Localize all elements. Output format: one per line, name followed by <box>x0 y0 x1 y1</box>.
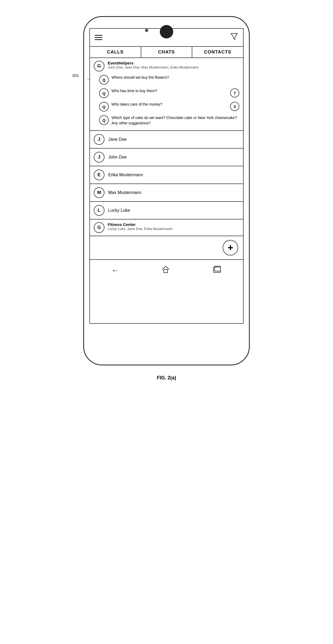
contact-name-erika: Erika Mustermann <box>108 172 143 177</box>
thread-3-avatar: Q <box>99 102 109 111</box>
nav-back-button[interactable]: ← <box>109 265 121 276</box>
group-contact-name: Fitness Center <box>108 222 172 227</box>
contact-avatar-lucky: L <box>94 205 104 216</box>
tab-calls[interactable]: CALLS <box>90 47 141 57</box>
page-wrapper: CALLS CHATS CONTACTS G <box>83 16 250 381</box>
group-chat-members: John Doe, Jane Doe, Max Mustermann, Erik… <box>108 65 199 69</box>
contact-name-lucky: Lucky Luke <box>108 208 130 213</box>
nav-bar: ← <box>90 260 243 281</box>
add-button-row: + <box>90 236 243 260</box>
message-threads: 201 → Q Where should we buy the flowers? <box>94 73 239 128</box>
contact-avatar-erika: E <box>94 170 104 180</box>
thread-3-unread-badge: 3 <box>230 102 239 111</box>
tab-contacts[interactable]: CONTACTS <box>192 47 243 57</box>
thread-2-avatar: Q <box>99 88 109 98</box>
contact-avatar-jane: J <box>94 134 104 145</box>
annotation-arrow-icon: → <box>86 76 91 82</box>
svg-marker-0 <box>231 34 237 39</box>
contact-item-erika[interactable]: E Erika Mustermann <box>90 166 243 184</box>
svg-rect-1 <box>164 269 168 273</box>
group-chat-header: G EventHelpers John Doe, Jane Doe, Max M… <box>94 61 239 71</box>
group-contact-fitness[interactable]: G Fitness Center Lucky Luke, Jane Doe, E… <box>90 220 243 236</box>
contact-name-max: Max Mustermann <box>108 190 142 195</box>
phone-shell: CALLS CHATS CONTACTS G <box>83 16 250 365</box>
group-chat-name: EventHelpers <box>108 61 199 65</box>
contact-item-john-doe[interactable]: J John Doe <box>90 149 243 166</box>
nav-home-button[interactable] <box>159 265 172 276</box>
contact-item-jane-doe[interactable]: J Jane Doe <box>90 131 243 149</box>
annotation-container: 201 → Q Where should we buy the flowers? <box>96 73 239 87</box>
contact-item-lucky[interactable]: L Lucky Luke <box>90 202 243 220</box>
thread-2-text: Who has time to buy them? <box>111 88 227 94</box>
nav-recents-button[interactable] <box>210 265 224 276</box>
screen: CALLS CHATS CONTACTS G <box>89 28 244 324</box>
group-chat-info: EventHelpers John Doe, Jane Doe, Max Mus… <box>108 61 199 69</box>
message-thread-1[interactable]: Q Where should we buy the flowers? <box>96 73 239 87</box>
front-camera <box>160 25 173 38</box>
message-thread-3[interactable]: Q Who takes care of the money? 3 <box>96 100 239 113</box>
group-contact-info: Fitness Center Lucky Luke, Jane Doe, Eri… <box>108 222 172 231</box>
thread-2-unread-badge: 7 <box>230 88 239 98</box>
thread-3-text: Who takes care of the money? <box>111 102 227 107</box>
contact-name-john: John Doe <box>108 155 127 160</box>
group-chat-avatar: G <box>94 61 104 71</box>
tabs: CALLS CHATS CONTACTS <box>90 47 243 58</box>
front-dot <box>145 29 148 32</box>
contact-item-max[interactable]: M Max Mustermann <box>90 184 243 202</box>
hamburger-icon[interactable] <box>95 35 102 40</box>
figure-caption: FIG. 2(a) <box>157 375 176 381</box>
thread-1-avatar: Q <box>99 75 109 85</box>
add-button[interactable]: + <box>223 240 238 256</box>
group-chat-item[interactable]: G EventHelpers John Doe, Jane Doe, Max M… <box>90 58 243 131</box>
message-thread-4[interactable]: Q Which type of cake do we want? Chocola… <box>96 113 239 128</box>
message-thread-2[interactable]: Q Who has time to buy them? 7 <box>96 87 239 100</box>
chat-list: G EventHelpers John Doe, Jane Doe, Max M… <box>90 58 243 323</box>
tab-chats[interactable]: CHATS <box>141 47 193 57</box>
contact-avatar-john: J <box>94 152 104 163</box>
group-contact-avatar: G <box>94 222 104 233</box>
group-contact-members: Lucky Luke, Jane Doe, Erika Mustermann <box>108 227 172 231</box>
filter-icon[interactable] <box>230 33 238 42</box>
thread-4-text: Which type of cake do we want? Chocolate… <box>111 115 239 126</box>
thread-4-avatar: Q <box>99 115 109 125</box>
annotation-label-201: 201 <box>72 73 79 78</box>
thread-1-text: Where should we buy the flowers? <box>111 75 239 80</box>
contact-avatar-max: M <box>94 187 104 198</box>
contact-name-jane: Jane Doe <box>108 137 127 142</box>
